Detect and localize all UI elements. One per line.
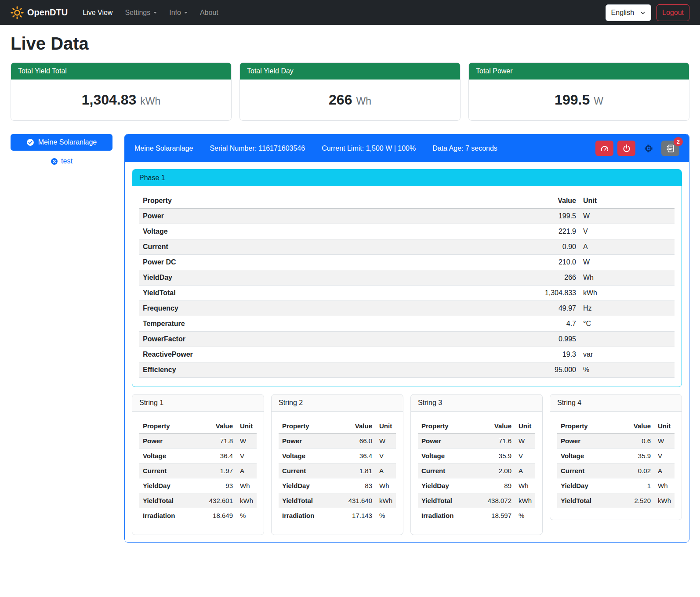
string-card-body: Property Value Unit Power71.8WVoltage36.… [132,412,264,535]
cell-property: Current [418,463,484,478]
cell-unit: V [580,224,675,239]
cell-value: 4.7 [518,316,580,332]
cell-unit: kWh [515,493,535,508]
nav-item-info[interactable]: Info [165,5,192,20]
cell-value: 210.0 [518,255,580,270]
cell-unit: A [376,463,396,478]
power-icon [622,144,631,153]
device-info-button[interactable] [639,141,657,156]
cell-property: Irradiation [418,508,484,523]
column-header-unit: Unit [515,419,535,434]
cell-value: 18.649 [206,508,236,523]
string-card-4: String 4 Property Value Unit [550,394,682,520]
cpu-icon [644,144,653,153]
cell-value: 1,304.833 [518,286,580,301]
table-row: Voltage36.4V [279,449,396,463]
string-card-title: String 4 [550,394,682,412]
cell-property: Current [557,463,625,478]
string-card-2: String 2 Property Value Unit [271,394,403,535]
cell-value: 432.601 [206,493,236,508]
cell-property: Current [279,463,345,478]
cell-property: Voltage [279,449,345,463]
summary-cards-row: Total Yield Total 1,304.83 kWh Total Yie… [11,62,689,121]
cell-unit: °C [580,316,675,332]
table-row: Power DC210.0W [139,255,675,270]
cell-property: Current [139,463,206,478]
table-row: Current1.81A [279,463,396,478]
summary-card-title: Total Yield Day [240,63,460,80]
cell-property: YieldTotal [279,493,345,508]
nav-item-settings[interactable]: Settings [120,5,161,20]
cell-value: 221.9 [518,224,580,239]
cell-property: Irradiation [279,508,345,523]
string-table: Property Value Unit Power71.8WVoltage36.… [139,419,257,523]
inverter-panel: Meine Solaranlage Serial Number: 1161716… [124,134,689,543]
test-item[interactable]: test [11,157,112,165]
cell-unit: A [515,463,535,478]
brand[interactable]: OpenDTU [11,6,68,19]
cell-property: ReactivePower [139,347,518,362]
table-row: Power199.5W [139,209,675,224]
table-header-row: Property Value Unit [557,419,675,434]
event-count-badge: 2 [674,137,683,146]
logout-button[interactable]: Logout [656,4,689,21]
cell-value: 66.0 [345,434,376,449]
cell-unit: kWh [376,493,396,508]
cell-unit: V [515,449,535,463]
cell-unit: % [580,362,675,378]
summary-card-body: 266 Wh [240,80,460,120]
phase-card-body: Property Value Unit Power199.5WVoltage22… [132,186,682,387]
cell-property: PowerFactor [139,332,518,347]
limit-settings-button[interactable] [595,141,613,156]
cell-unit: Wh [236,478,257,493]
test-item-label: test [61,157,73,165]
table-row: PowerFactor0.995 [139,332,675,347]
summary-unit: kWh [140,95,160,107]
string-card-title: String 1 [132,394,264,412]
cell-property: Temperature [139,316,518,332]
event-log-button[interactable]: 2 [661,141,679,156]
x-circle-icon[interactable] [51,158,58,165]
main-row: Meine Solaranlage test Meine Solaranlage… [11,134,689,543]
cell-value: 89 [484,478,515,493]
cell-property: YieldDay [418,478,484,493]
check-circle-icon [26,138,34,146]
cell-value: 35.9 [625,449,654,463]
sun-icon [11,6,24,19]
summary-value: 199.5 [555,92,590,108]
table-row: YieldDay1Wh [557,478,675,493]
cell-value: 0.02 [625,463,654,478]
cell-value: 438.072 [484,493,515,508]
string-card-body: Property Value Unit Power66.0WVoltage36.… [272,412,403,535]
cell-value: 95.000 [518,362,580,378]
cell-property: Voltage [139,449,206,463]
language-select[interactable]: English [606,4,651,21]
summary-card-yield-total: Total Yield Total 1,304.83 kWh [11,62,232,121]
column-header-unit: Unit [376,419,396,434]
cell-value: 83 [345,478,376,493]
cell-property: YieldTotal [139,493,206,508]
table-row: Irradiation18.649% [139,508,257,523]
string-card-title: String 2 [272,394,403,412]
cell-value: 18.597 [484,508,515,523]
nav-item-about[interactable]: About [196,5,223,20]
nav-item-label: Settings [125,9,150,17]
summary-card-body: 1,304.83 kWh [11,80,231,120]
table-header-row: Property Value Unit [139,193,675,209]
inverter-select-button[interactable]: Meine Solaranlage [11,134,112,151]
language-select-value: English [611,9,634,17]
power-toggle-button[interactable] [617,141,635,156]
inverter-panel-header: Meine Solaranlage Serial Number: 1161716… [125,134,689,162]
inverter-sidebar: Meine Solaranlage test [11,134,112,165]
column-header-value: Value [518,193,580,209]
cell-value: 35.9 [484,449,515,463]
cell-value: 49.97 [518,301,580,316]
cell-property: YieldDay [139,270,518,286]
cell-property: Current [139,239,518,255]
table-row: Voltage35.9V [557,449,675,463]
phase-table: Property Value Unit Power199.5WVoltage22… [139,193,675,378]
nav-item-live-view[interactable]: Live View [78,5,117,20]
table-row: Frequency49.97Hz [139,301,675,316]
column-header-property: Property [418,419,484,434]
summary-value: 266 [329,92,352,108]
